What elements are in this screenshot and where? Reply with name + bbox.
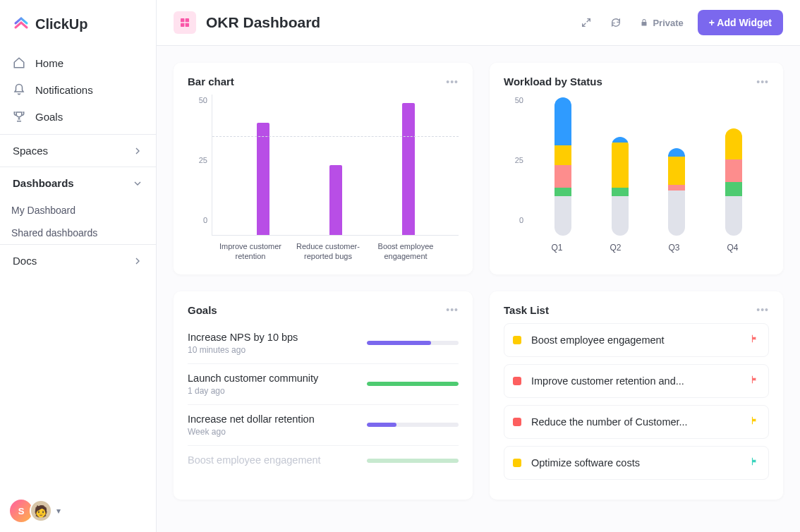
goal-progress — [367, 341, 459, 345]
refresh-button[interactable] — [606, 13, 626, 32]
brand-name: ClickUp — [35, 16, 87, 32]
user-avatar-group[interactable]: S 🧑 ▾ — [10, 500, 61, 522]
chart-bar — [329, 165, 342, 236]
clickup-logo-icon — [13, 16, 30, 32]
goal-title: Boost employee engagement — [188, 454, 353, 466]
task-label: Improve customer retention and... — [531, 375, 740, 387]
goal-title: Launch customer community — [188, 373, 353, 384]
bar-segment — [668, 191, 685, 236]
chart-x-label: Q1 — [551, 243, 562, 253]
bar-segment — [612, 137, 629, 143]
lock-icon — [640, 18, 648, 27]
task-item[interactable]: Reduce the number of Customer... — [504, 405, 769, 439]
widget-workload: Workload by Status ••• 50250 Q1Q2Q3Q4 — [490, 63, 783, 274]
chart-x-label: Boost employee engagement — [367, 241, 444, 262]
task-item[interactable]: Improve customer retention and... — [504, 364, 769, 398]
bar-segment — [612, 143, 629, 188]
goal-title: Increase NPS by 10 bps — [188, 332, 353, 343]
widget-task-list: Task List ••• Boost employee engagementI… — [490, 291, 783, 500]
chevron-right-icon — [132, 255, 143, 267]
nav-home[interactable]: Home — [0, 49, 156, 76]
goal-progress — [367, 382, 459, 386]
avatar-secondary: 🧑 — [30, 500, 52, 522]
flag-icon — [750, 416, 760, 428]
goal-item[interactable]: Boost employee engagement — [188, 446, 459, 476]
page-title: OKR Dashboard — [206, 14, 320, 31]
bar-segment — [612, 188, 629, 196]
brand-logo[interactable]: ClickUp — [0, 0, 156, 45]
bar-segment — [725, 182, 742, 196]
widget-menu-button[interactable]: ••• — [756, 304, 769, 315]
dashboard-icon — [174, 11, 196, 34]
status-dot — [513, 459, 521, 467]
chart-x-label: Improve customer retention — [212, 241, 289, 262]
bell-icon — [13, 83, 25, 96]
section-dashboards[interactable]: Dashboards — [0, 167, 156, 199]
sidebar-item-shared-dashboards[interactable]: Shared dashboards — [0, 222, 156, 244]
chart-bar — [257, 123, 269, 235]
bar-segment — [725, 196, 742, 236]
svg-rect-0 — [181, 18, 184, 22]
task-label: Reduce the number of Customer... — [531, 416, 740, 428]
home-icon — [13, 56, 25, 69]
goal-title: Increase net dollar retention — [188, 413, 353, 425]
goal-item[interactable]: Increase net dollar retentionWeek ago — [188, 405, 459, 446]
widget-title: Goals — [188, 304, 217, 316]
chevron-down-icon: ▾ — [56, 506, 61, 516]
widget-menu-button[interactable]: ••• — [446, 304, 459, 315]
widget-bar-chart: Bar chart ••• 50250 Improve customer ret… — [174, 63, 473, 274]
trophy-icon — [13, 110, 25, 123]
expand-button[interactable] — [576, 13, 596, 32]
goal-time: 1 day ago — [188, 386, 353, 396]
chevron-down-icon — [132, 178, 143, 189]
widget-title: Bar chart — [188, 75, 234, 87]
goal-item[interactable]: Launch customer community1 day ago — [188, 364, 459, 405]
nav-home-label: Home — [35, 57, 63, 69]
goal-time: 10 minutes ago — [188, 345, 353, 355]
section-docs-label: Docs — [13, 255, 37, 267]
status-dot — [513, 418, 521, 426]
section-spaces[interactable]: Spaces — [0, 135, 156, 167]
sidebar-item-my-dashboard[interactable]: My Dashboard — [0, 199, 156, 222]
section-docs[interactable]: Docs — [0, 245, 156, 277]
bar-segment — [668, 185, 685, 191]
bar-segment — [554, 97, 571, 145]
svg-rect-2 — [181, 23, 184, 27]
bar-segment — [554, 165, 571, 188]
task-label: Boost employee engagement — [531, 334, 740, 346]
widget-menu-button[interactable]: ••• — [446, 76, 459, 87]
stacked-bar — [668, 148, 685, 236]
svg-rect-1 — [186, 18, 189, 22]
stacked-bar — [725, 128, 742, 236]
privacy-label: Private — [653, 18, 683, 28]
task-item[interactable]: Boost employee engagement — [504, 323, 769, 357]
task-item[interactable]: Optimize software costs — [504, 446, 769, 480]
flag-icon — [750, 334, 760, 346]
widget-title: Workload by Status — [504, 75, 602, 87]
task-label: Optimize software costs — [531, 457, 740, 468]
add-widget-button[interactable]: + Add Widget — [698, 10, 783, 35]
topbar: OKR Dashboard Private + Add Widget — [157, 0, 800, 46]
nav-goals-label: Goals — [35, 111, 63, 123]
chevron-right-icon — [132, 145, 143, 157]
widget-goals: Goals ••• Increase NPS by 10 bps10 minut… — [174, 291, 473, 500]
chart-x-label: Reduce customer-reported bugs — [289, 241, 367, 262]
privacy-indicator[interactable]: Private — [640, 18, 683, 28]
goal-progress — [367, 423, 459, 427]
widget-menu-button[interactable]: ••• — [756, 76, 769, 87]
nav-notifications[interactable]: Notifications — [0, 76, 156, 103]
bar-segment — [668, 157, 685, 185]
bar-segment — [554, 188, 571, 196]
flag-icon — [750, 457, 760, 469]
chart-x-label: Q4 — [727, 243, 738, 253]
goal-time: Week ago — [188, 427, 353, 437]
nav-notifications-label: Notifications — [35, 84, 93, 96]
goal-item[interactable]: Increase NPS by 10 bps10 minutes ago — [188, 323, 459, 364]
status-dot — [513, 377, 521, 385]
widget-title: Task List — [504, 304, 549, 316]
bar-segment — [612, 196, 629, 236]
nav-goals[interactable]: Goals — [0, 103, 156, 130]
section-spaces-label: Spaces — [13, 145, 48, 157]
flag-icon — [750, 375, 760, 387]
expand-icon — [581, 17, 592, 28]
